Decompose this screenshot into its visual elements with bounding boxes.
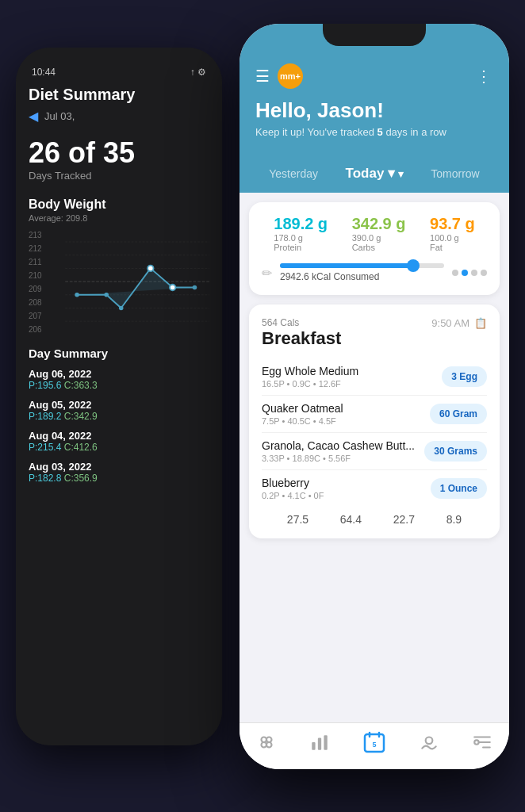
day-summary-title: Day Summary [29,347,209,360]
svg-point-9 [119,306,124,311]
list-item: Aug 05, 2022 P:189.2 C:342.9 [29,399,209,422]
bottom-numbers-row: 27.5 64.4 22.7 8.9 [262,507,487,526]
back-date-nav: ◀ Jul 03, [29,109,209,124]
meal-cals: 564 Cals [262,317,341,328]
back-title: Diet Summary [29,86,209,104]
phone-notch [323,24,426,46]
carbs-target: 390.0 g [352,233,406,243]
body-weight-avg: Average: 209.8 [29,213,209,223]
svg-text:5: 5 [372,741,376,749]
food-items-list: Egg Whole Medium 16.5P • 0.9C • 12.6F 3 … [262,358,487,507]
weight-chart: 213 212 211 210 209 208 207 206 [29,231,209,334]
body-weight-title: Body Weight [29,197,209,212]
more-options-icon[interactable]: ⋮ [476,67,493,86]
app-logo: mm+ [278,63,303,89]
food-quantity[interactable]: 30 Grams [424,441,487,462]
food-macros: 16.5P • 0.9C • 12.6F [262,379,358,389]
food-info: Quaker Oatmeal 7.5P • 40.5C • 4.5F [262,402,343,426]
svg-point-16 [266,742,272,748]
list-item: Granola, Cacao Cashew Butt... 3.33P • 18… [262,433,487,470]
edit-icon[interactable]: ✏ [262,266,272,281]
food-quantity[interactable]: 1 Ounce [431,478,487,499]
dashboard-icon [256,732,277,753]
tomorrow-nav[interactable]: Tomorrow [431,167,479,180]
meal-name: Breakfast [262,328,341,349]
fat-value: 93.7 g [430,215,475,233]
yesterday-nav[interactable]: Yesterday [269,167,318,180]
svg-rect-18 [318,738,321,750]
date-navigation: Yesterday Today ▾ Tomorrow [240,154,509,193]
food-info: Egg Whole Medium 16.5P • 0.9C • 12.6F [262,365,358,389]
calorie-bar [280,263,444,268]
back-prev-arrow[interactable]: ◀ [29,109,38,124]
menu-icon[interactable]: ☰ [255,67,270,86]
chart-y-labels: 213 212 211 210 209 208 207 206 [29,231,42,334]
settings-icon [472,732,492,753]
list-item: Quaker Oatmeal 7.5P • 40.5C • 4.5F 60 Gr… [262,396,487,433]
today-nav[interactable]: Today ▾ [346,165,404,182]
svg-rect-17 [312,742,316,750]
svg-point-7 [75,293,79,297]
food-info: Blueberry 0.2P • 4.1C • 0F [262,477,324,500]
bottom-num-1: 27.5 [287,513,308,526]
bottom-num-4: 8.9 [446,513,462,526]
calendar-icon: 5 [363,731,385,753]
list-item: Egg Whole Medium 16.5P • 0.9C • 12.6F 3 … [262,358,487,396]
calorie-bar-fill [280,263,415,268]
tracked-number: 26 of 35 [29,136,209,170]
back-phone: 10:44 ↑ ⚙ Diet Summary ◀ Jul 03, 26 of 3… [16,48,222,745]
carbs-macro: 342.9 g 390.0 g Carbs [352,215,406,252]
meal-time: 9:50 AM 📋 [431,317,487,329]
food-name: Granola, Cacao Cashew Butt... [262,439,415,452]
meal-time-text: 9:50 AM [431,317,469,329]
food-macros: 0.2P • 4.1C • 0F [262,491,324,500]
food-quantity[interactable]: 60 Gram [430,404,487,424]
breakfast-section: 564 Cals Breakfast 9:50 AM 📋 Egg Whole M… [249,304,500,538]
macros-card: 189.2 g 178.0 g Protein 342.9 g 390.0 g … [249,202,500,295]
list-item: Aug 03, 2022 P:182.8 C:356.9 [29,461,209,484]
tracked-days-section: 26 of 35 Days Tracked [29,136,209,182]
back-date: Jul 03, [44,110,75,122]
nav-item-settings[interactable] [472,732,492,753]
list-item: Aug 06, 2022 P:195.6 C:363.3 [29,368,209,391]
food-macros: 3.33P • 18.89C • 5.56F [262,454,415,463]
svg-point-10 [148,266,153,271]
front-phone: ☰ mm+ ⋮ Hello, Jason! Keep it up! You've… [240,24,509,769]
food-name: Quaker Oatmeal [262,402,343,415]
nav-item-dashboard[interactable] [256,732,277,753]
calorie-text: 2942.6 kCal Consumed [280,271,444,282]
header-top: ☰ mm+ ⋮ [255,63,493,89]
nav-item-charts[interactable] [309,732,330,753]
svg-point-28 [474,740,478,744]
dot-3 [471,270,477,276]
meal-info: 564 Cals Breakfast [262,317,341,349]
bottom-navigation: 5 [240,722,509,769]
food-macros: 7.5P • 40.5C • 4.5F [262,416,343,426]
dot-2 [462,270,468,276]
fat-macro: 93.7 g 100.0 g Fat [430,215,475,252]
carbs-label: Carbs [352,243,406,252]
bottom-num-2: 64.4 [340,513,362,526]
calorie-row: ✏ 2942.6 kCal Consumed [262,263,487,282]
protein-target: 178.0 g [274,233,328,243]
nav-item-calendar[interactable]: 5 [363,731,385,753]
dot-1 [452,270,458,276]
svg-point-12 [193,285,197,290]
dot-4 [481,270,487,276]
nav-item-weather[interactable] [419,732,439,753]
macros-row: 189.2 g 178.0 g Protein 342.9 g 390.0 g … [262,215,487,252]
meal-log-icon[interactable]: 📋 [474,317,487,329]
food-name: Blueberry [262,477,324,489]
greeting-text: Hello, Jason! [255,98,493,123]
svg-rect-19 [324,735,328,749]
back-status-time: 10:44 [32,67,56,78]
calorie-bar-container: 2942.6 kCal Consumed [280,263,444,282]
header-left: ☰ mm+ [255,63,303,89]
food-quantity[interactable]: 3 Egg [442,366,487,387]
svg-point-24 [425,737,432,745]
meal-header: 564 Cals Breakfast 9:50 AM 📋 [262,317,487,349]
bottom-num-3: 22.7 [393,513,415,526]
food-name: Egg Whole Medium [262,365,358,377]
tracked-label: Days Tracked [29,170,209,182]
streak-text: Keep it up! You've tracked 5 days in a r… [255,126,493,138]
